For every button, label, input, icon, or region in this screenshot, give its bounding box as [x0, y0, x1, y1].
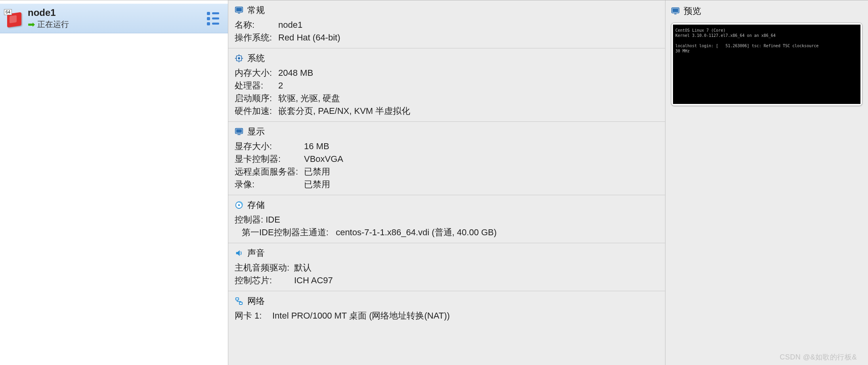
- section-system-header[interactable]: 系统: [235, 52, 659, 64]
- section-network: 网络 网卡 1:Intel PRO/1000 MT 桌面 (网络地址转换(NAT…: [228, 291, 665, 326]
- preview-panel: 预览 CentOS Linux 7 (Core) Kernel 3.10.0-1…: [665, 0, 868, 365]
- label-vram: 显存大小:: [235, 140, 304, 153]
- preview-console: CentOS Linux 7 (Core) Kernel 3.10.0-1127…: [673, 25, 860, 104]
- arch-badge: 64: [4, 9, 12, 15]
- vm-os-icon: 64: [6, 10, 22, 27]
- value-vram: 16 MB: [304, 140, 329, 153]
- label-record: 录像:: [235, 178, 304, 191]
- label-os: 操作系统:: [235, 31, 278, 44]
- vm-status-text: 正在运行: [37, 19, 69, 30]
- value-memory: 2048 MB: [278, 67, 313, 79]
- preview-title: 预览: [684, 5, 701, 17]
- svg-rect-18: [674, 13, 677, 14]
- monitor-icon: [235, 6, 243, 15]
- section-storage-header[interactable]: 存储: [235, 199, 659, 211]
- vm-item-menu-icon[interactable]: [207, 12, 219, 25]
- svg-rect-11: [237, 134, 240, 135]
- running-arrow-icon: ➡: [28, 20, 35, 29]
- svg-rect-10: [236, 129, 242, 133]
- value-nic1: Intel PRO/1000 MT 桌面 (网络地址转换(NAT)): [272, 309, 450, 322]
- value-accel: 嵌套分页, PAE/NX, KVM 半虚拟化: [278, 105, 410, 117]
- label-accel: 硬件加速:: [235, 105, 278, 117]
- section-title: 系统: [247, 52, 265, 64]
- display-icon: [235, 127, 243, 136]
- section-system: 系统 内存大小:2048 MB 处理器:2 启动顺序:软驱, 光驱, 硬盘 硬件…: [228, 48, 665, 122]
- svg-rect-4: [238, 57, 240, 60]
- section-network-header[interactable]: 网络: [235, 295, 659, 307]
- section-title: 声音: [247, 247, 265, 259]
- label-nic1: 网卡 1:: [235, 309, 272, 322]
- svg-rect-17: [673, 9, 679, 12]
- label-audiochip: 控制芯片:: [235, 274, 294, 287]
- section-display: 显示 显存大小:16 MB 显卡控制器:VBoxVGA 远程桌面服务器:已禁用 …: [228, 122, 665, 195]
- preview-monitor-icon: [671, 7, 680, 15]
- chip-icon: [235, 54, 243, 63]
- value-audiochip: ICH AC97: [294, 274, 333, 287]
- value-boot: 软驱, 光驱, 硬盘: [278, 92, 340, 105]
- vm-list-sidebar: 64 node1 ➡ 正在运行: [0, 0, 228, 365]
- svg-point-13: [238, 204, 240, 206]
- section-general-header[interactable]: 常规: [235, 4, 659, 16]
- label-memory: 内存大小:: [235, 67, 278, 79]
- network-icon: [235, 297, 243, 305]
- storage-slot-label: 第一IDE控制器主通道:: [242, 227, 329, 237]
- section-title: 显示: [247, 126, 265, 138]
- value-name: node1: [278, 19, 302, 31]
- svg-rect-2: [238, 13, 240, 13]
- section-audio: 声音 主机音频驱动:默认 控制芯片:ICH AC97: [228, 243, 665, 291]
- preview-thumbnail[interactable]: CentOS Linux 7 (Core) Kernel 3.10.0-1127…: [671, 23, 862, 106]
- svg-rect-1: [236, 8, 242, 12]
- section-storage: 存储 控制器: IDE 第一IDE控制器主通道: centos-7-1-1.x8…: [228, 195, 665, 243]
- value-rdp: 已禁用: [304, 165, 330, 178]
- vm-status: ➡ 正在运行: [28, 19, 69, 30]
- vm-list-item[interactable]: 64 node1 ➡ 正在运行: [0, 4, 228, 33]
- svg-rect-14: [236, 298, 239, 300]
- section-audio-header[interactable]: 声音: [235, 247, 659, 259]
- label-name: 名称:: [235, 19, 278, 31]
- value-gfx-ctrl: VBoxVGA: [304, 153, 343, 165]
- label-gfx-ctrl: 显卡控制器:: [235, 153, 304, 165]
- vm-title: node1: [28, 7, 69, 18]
- disk-icon: [235, 201, 243, 209]
- value-audiodrv: 默认: [294, 261, 312, 274]
- value-record: 已禁用: [304, 178, 330, 191]
- label-rdp: 远程桌面服务器:: [235, 165, 304, 178]
- section-title: 网络: [247, 295, 265, 307]
- section-title: 存储: [247, 199, 265, 211]
- value-cpu: 2: [278, 79, 283, 92]
- vm-details-panel: 常规 名称:node1 操作系统:Red Hat (64-bit) 系统 内存大…: [228, 0, 665, 365]
- section-title: 常规: [247, 4, 265, 16]
- storage-controller: 控制器: IDE: [235, 213, 659, 226]
- label-boot: 启动顺序:: [235, 92, 278, 105]
- section-display-header[interactable]: 显示: [235, 126, 659, 138]
- label-cpu: 处理器:: [235, 79, 278, 92]
- speaker-icon: [235, 249, 243, 257]
- storage-slot-value: centos-7-1-1.x86_64.vdi (普通, 40.00 GB): [336, 227, 497, 237]
- section-general: 常规 名称:node1 操作系统:Red Hat (64-bit): [228, 0, 665, 48]
- label-audiodrv: 主机音频驱动:: [235, 261, 294, 274]
- preview-header[interactable]: 预览: [671, 5, 862, 17]
- value-os: Red Hat (64-bit): [278, 31, 340, 44]
- svg-rect-15: [239, 302, 242, 305]
